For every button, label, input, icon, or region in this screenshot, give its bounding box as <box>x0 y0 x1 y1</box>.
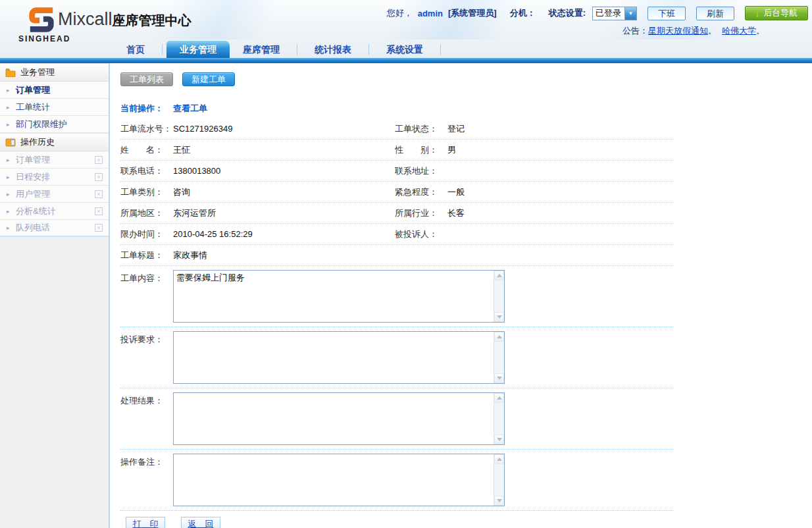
history-item-user-mgmt[interactable]: ▸ 用户管理 × <box>0 186 109 203</box>
arrow-right-icon: ▸ <box>7 121 13 128</box>
tab-statistics[interactable]: 统计报表 <box>301 41 365 58</box>
form-row: 限办时间： 2010-04-25 16:52:29 被投诉人： <box>120 224 673 245</box>
nav-strip <box>0 58 812 63</box>
scroll-up-icon[interactable] <box>494 332 504 342</box>
scroll-down-icon[interactable] <box>494 312 504 322</box>
field-value: 1380013800 <box>173 166 395 176</box>
field-label: 联系地址： <box>395 165 447 177</box>
scroll-up-icon[interactable] <box>494 393 504 403</box>
field-label: 工单状态： <box>395 123 447 135</box>
sidebar-item-label: 工单统计 <box>16 101 109 113</box>
down-arrow-icon: ↓ <box>755 9 760 18</box>
close-icon[interactable]: × <box>95 173 103 181</box>
form-row: 工单类别： 咨询 紧急程度： 一般 <box>120 182 673 203</box>
operation-note-field[interactable] <box>174 454 493 506</box>
refresh-button[interactable]: 刷新 <box>696 7 734 20</box>
field-label: 联系电话： <box>120 165 173 177</box>
history-item-analysis-stats[interactable]: ▸ 分析&统计 × <box>0 203 109 220</box>
scrollbar[interactable] <box>494 271 504 322</box>
bottom-buttons: 打 印 返 回 <box>126 517 673 528</box>
field-label: 被投诉人： <box>395 228 447 240</box>
field-value: 王怔 <box>173 144 395 156</box>
field-label: 所属地区： <box>120 207 173 219</box>
complaint-request-field[interactable] <box>174 332 493 383</box>
process-result-field[interactable] <box>174 393 493 444</box>
close-icon[interactable]: × <box>95 224 103 232</box>
new-ticket-button[interactable]: 新建工单 <box>182 72 235 86</box>
layout: 业务管理 ▸ 订单管理 ▸ 工单统计 ▸ 部门权限维护 操作历史 ▸ 订单管理 <box>0 63 812 528</box>
field-label: 姓 名： <box>120 144 173 156</box>
sidebar-item-dept-permissions[interactable]: ▸ 部门权限维护 <box>0 116 109 133</box>
user-role: [系统管理员] <box>448 7 497 19</box>
operation-note-field-wrap <box>173 454 505 506</box>
history-item-queue-calls[interactable]: ▸ 队列电话 × <box>0 220 109 237</box>
process-result-field-wrap <box>173 392 505 445</box>
scroll-down-icon[interactable] <box>494 435 504 444</box>
field-label: 性 别： <box>395 144 447 156</box>
chevron-down-icon[interactable]: ▼ <box>624 7 636 20</box>
field-value: 男 <box>447 144 673 156</box>
scroll-down-icon[interactable] <box>494 373 504 383</box>
app-title: Mixcall座席管理中心 <box>58 9 191 30</box>
scrollbar[interactable] <box>494 454 504 506</box>
current-operation-value: 查看工单 <box>173 103 207 115</box>
tab-agent-mgmt[interactable]: 座席管理 <box>230 41 293 58</box>
field-value: SC1271926349 <box>173 124 395 134</box>
brand-suffix: 座席管理中心 <box>113 13 191 28</box>
scrollbar[interactable] <box>494 332 504 383</box>
form-row: 工单流水号： SC1271926349 工单状态： 登记 <box>120 119 673 140</box>
close-icon[interactable]: × <box>95 207 103 215</box>
arrow-right-icon: ▸ <box>7 157 13 163</box>
field-label: 紧急程度： <box>395 186 447 198</box>
history-item-order-mgmt[interactable]: ▸ 订单管理 × <box>0 151 109 169</box>
toolbar: 工单列表 新建工单 <box>120 72 812 86</box>
form-row: 联系电话： 1380013800 联系地址： <box>120 161 673 182</box>
tab-system-settings[interactable]: 系统设置 <box>373 41 436 58</box>
history-item-label: 日程安排 <box>16 171 95 183</box>
field-label: 工单标题： <box>120 250 173 261</box>
extension-label: 分机： <box>510 7 536 19</box>
status-label: 状态设置: <box>549 7 586 19</box>
scrollbar[interactable] <box>494 393 504 444</box>
print-button[interactable]: 打 印 <box>126 517 165 528</box>
field-label: 限办时间： <box>120 228 173 240</box>
form-row: 工单内容： 需要保姆上门服务 <box>120 266 673 327</box>
form-row: 所属地区： 东河运管所 所属行业： 长客 <box>120 203 673 224</box>
offduty-button[interactable]: 下班 <box>647 7 686 20</box>
arrow-right-icon: ▸ <box>7 87 13 93</box>
announcement-link[interactable]: 星期天放假通知 <box>648 26 708 36</box>
field-label: 工单流水号： <box>120 123 173 135</box>
folder-icon <box>5 68 16 77</box>
ticket-list-button[interactable]: 工单列表 <box>120 72 173 86</box>
main-nav: 首页 业务管理 座席管理 统计报表 系统设置 <box>0 38 812 58</box>
announcement-link[interactable]: 哈佛大学 <box>722 26 756 36</box>
tab-home[interactable]: 首页 <box>113 41 158 58</box>
close-icon[interactable]: × <box>95 156 103 164</box>
scroll-up-icon[interactable] <box>494 271 504 280</box>
status-select[interactable]: 已登录 ▼ <box>592 7 637 20</box>
ticket-content-field-wrap: 需要保姆上门服务 <box>173 270 505 323</box>
scroll-up-icon[interactable] <box>494 454 504 464</box>
back-button[interactable]: 返 回 <box>181 517 220 528</box>
arrow-right-icon: ▸ <box>7 208 13 215</box>
history-item-schedule[interactable]: ▸ 日程安排 × <box>0 169 109 186</box>
form-row: 处理结果： <box>120 388 673 450</box>
status-select-value: 已登录 <box>593 7 624 19</box>
main-content: 工单列表 新建工单 当前操作： 查看工单 工单流水号： SC1271926349… <box>110 63 812 528</box>
sidebar-item-ticket-stats[interactable]: ▸ 工单统计 <box>0 99 109 116</box>
nav-separator <box>368 44 369 55</box>
history-item-label: 用户管理 <box>16 188 95 200</box>
ticket-content-field[interactable]: 需要保姆上门服务 <box>174 271 493 322</box>
scroll-down-icon[interactable] <box>494 496 504 506</box>
nav-separator <box>297 44 297 55</box>
close-icon[interactable]: × <box>95 190 103 198</box>
backstage-nav-button[interactable]: ↓ 后台导航 <box>745 6 808 20</box>
nav-separator <box>162 44 163 55</box>
header: SINGHEAD Mixcall座席管理中心 您好， admin [系统管理员]… <box>0 0 812 63</box>
sidebar-item-label: 部门权限维护 <box>16 119 109 130</box>
form-row: 操作备注： <box>120 450 673 511</box>
arrow-right-icon: ▸ <box>7 104 13 111</box>
sidebar-item-order-mgmt[interactable]: ▸ 订单管理 <box>0 82 109 99</box>
field-label: 所属行业： <box>395 207 447 219</box>
tab-business-mgmt[interactable]: 业务管理 <box>166 41 230 58</box>
